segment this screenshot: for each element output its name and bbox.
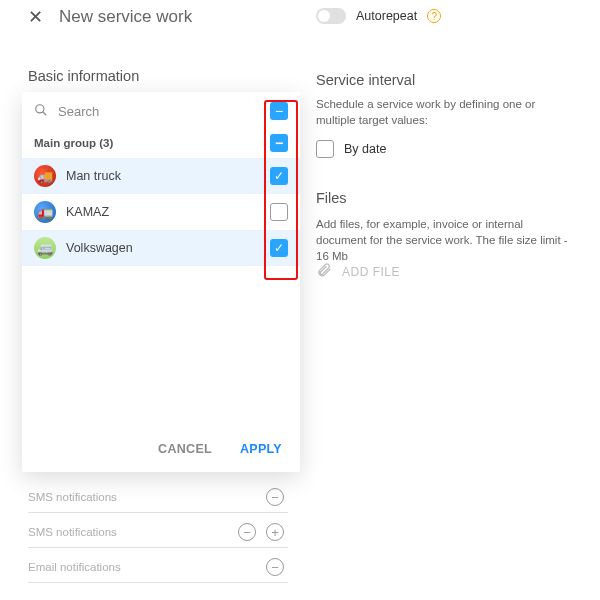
basic-info-heading: Basic information — [28, 68, 293, 84]
list-item[interactable]: 🚚 Man truck — [22, 158, 300, 194]
sms-notifications-row-1: SMS notifications − — [28, 478, 288, 513]
page-title: New service work — [59, 7, 192, 27]
vehicle-icon: 🚚 — [34, 165, 56, 187]
by-date-label: By date — [344, 142, 386, 156]
help-icon[interactable]: ? — [427, 9, 441, 23]
sms-notifications-label-2: SMS notifications — [28, 526, 117, 538]
files-heading: Files — [316, 190, 572, 206]
vehicle-icon: 🚐 — [34, 237, 56, 259]
sms-notifications-row-2: SMS notifications − + — [28, 513, 288, 548]
apply-button[interactable]: APPLY — [240, 442, 282, 456]
item-label: Man truck — [66, 169, 121, 183]
service-interval-description: Schedule a service work by defining one … — [316, 96, 572, 128]
search-icon — [34, 103, 48, 120]
search-row: Search — [22, 92, 300, 128]
autorepeat-toggle[interactable] — [316, 8, 346, 24]
annotation-rectangle — [264, 100, 298, 280]
item-label: Volkswagen — [66, 241, 133, 255]
svg-line-1 — [43, 111, 47, 115]
add-file-button[interactable]: ADD FILE — [316, 262, 572, 282]
svg-point-0 — [36, 104, 44, 112]
item-label: KAMAZ — [66, 205, 109, 219]
autorepeat-label: Autorepeat — [356, 9, 417, 23]
files-description: Add files, for example, invoice or inter… — [316, 216, 572, 264]
service-interval-heading: Service interval — [316, 72, 572, 88]
remove-icon[interactable]: − — [238, 523, 256, 541]
vehicle-icon: 🚛 — [34, 201, 56, 223]
email-notifications-row: Email notifications − — [28, 548, 288, 583]
add-file-label: ADD FILE — [342, 265, 400, 279]
remove-icon[interactable]: − — [266, 558, 284, 576]
paperclip-icon — [316, 262, 332, 282]
remove-icon[interactable]: − — [266, 488, 284, 506]
object-select-dropdown: Search Main group (3) 🚚 Man truck 🚛 KAMA… — [22, 92, 300, 472]
add-icon[interactable]: + — [266, 523, 284, 541]
group-row[interactable]: Main group (3) — [22, 128, 300, 158]
list-item[interactable]: 🚐 Volkswagen — [22, 230, 300, 266]
sms-notifications-label-1: SMS notifications — [28, 491, 117, 503]
cancel-button[interactable]: CANCEL — [158, 442, 212, 456]
autorepeat-row: Autorepeat ? — [316, 8, 572, 24]
list-item[interactable]: 🚛 KAMAZ — [22, 194, 300, 230]
group-label: Main group (3) — [34, 137, 113, 149]
email-notifications-label: Email notifications — [28, 561, 121, 573]
close-icon[interactable]: ✕ — [28, 6, 43, 28]
by-date-checkbox[interactable] — [316, 140, 334, 158]
search-input[interactable]: Search — [58, 104, 99, 119]
by-date-row: By date — [316, 140, 572, 158]
